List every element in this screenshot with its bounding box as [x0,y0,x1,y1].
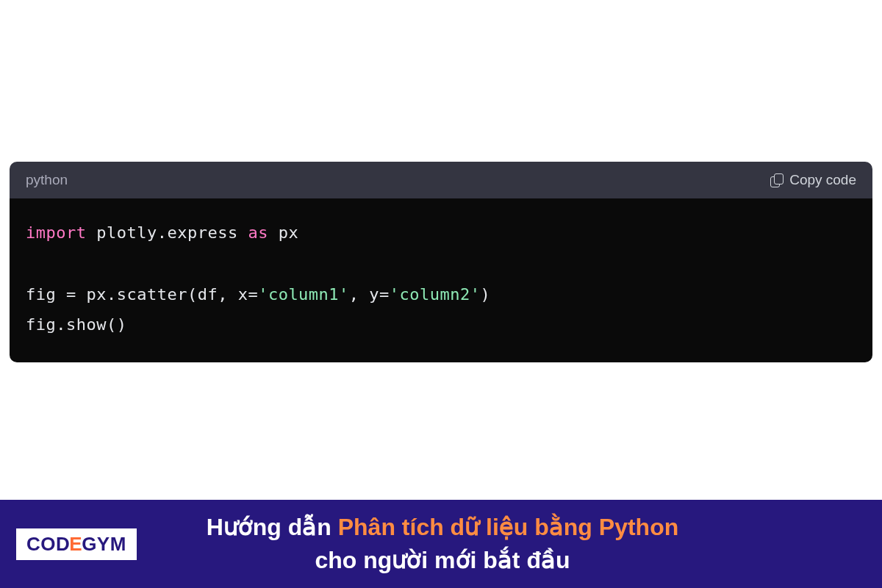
code-line-1: import plotly.express as px [26,218,856,248]
banner-title: Hướng dẫn Phân tích dữ liệu bằng Python … [19,511,866,577]
copy-icon [770,173,784,187]
copy-label: Copy code [789,172,856,188]
code-blank-line [26,248,856,279]
code-content[interactable]: import plotly.express as px fig = px.sca… [10,198,872,362]
code-header: python Copy code [10,162,872,198]
code-block: python Copy code import plotly.express a… [10,162,872,362]
code-line-3: fig.show() [26,309,856,340]
banner-line-2: cho người mới bắt đầu [19,544,866,577]
footer-banner: CODEGYM Hướng dẫn Phân tích dữ liệu bằng… [0,500,882,588]
code-line-2: fig = px.scatter(df, x='column1', y='col… [26,279,856,310]
code-language-label: python [26,172,68,188]
copy-code-button[interactable]: Copy code [770,172,856,188]
banner-line-1: Hướng dẫn Phân tích dữ liệu bằng Python [19,511,866,544]
